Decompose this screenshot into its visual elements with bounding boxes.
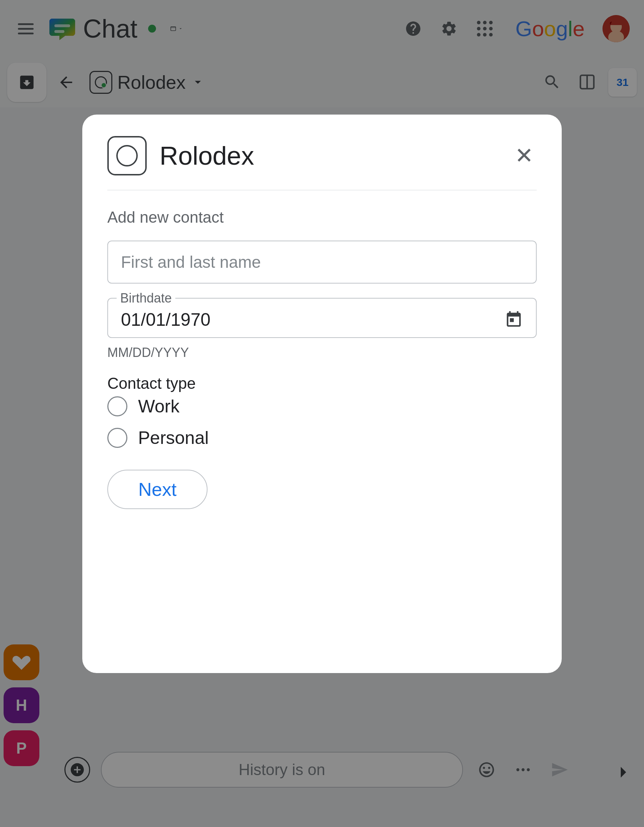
radio-personal-label: Personal <box>138 428 208 448</box>
date-field-row: 01/01/1970 <box>121 309 523 330</box>
date-hint: MM/DD/YYYY <box>107 345 537 360</box>
radio-work-label: Work <box>138 396 180 417</box>
birthdate-value: 01/01/1970 <box>121 309 210 330</box>
modal-body: Add new contact Birthdate 01/01/1970 MM/… <box>82 190 562 531</box>
radio-work-circle <box>107 396 128 417</box>
contact-type-section: Contact type Work Personal <box>107 374 537 448</box>
next-button[interactable]: Next <box>107 470 207 509</box>
modal-app-icon <box>107 136 147 175</box>
contact-type-label: Contact type <box>107 374 537 392</box>
name-input[interactable] <box>107 240 537 284</box>
birthdate-label: Birthdate <box>117 291 175 306</box>
radio-work[interactable]: Work <box>107 396 537 417</box>
radio-personal-circle <box>107 428 128 448</box>
modal-title: Rolodex <box>160 141 499 170</box>
modal-header: Rolodex ✕ <box>82 115 562 190</box>
contact-type-radio-group: Work Personal <box>107 396 537 448</box>
modal-app-icon-inner <box>116 145 138 167</box>
rolodex-modal: Rolodex ✕ Add new contact Birthdate 01/0… <box>82 115 562 673</box>
close-button[interactable]: ✕ <box>512 143 537 168</box>
date-picker-button[interactable] <box>504 311 523 329</box>
add-contact-label: Add new contact <box>107 208 537 226</box>
birthdate-field: Birthdate 01/01/1970 <box>107 298 537 338</box>
radio-personal[interactable]: Personal <box>107 428 537 448</box>
